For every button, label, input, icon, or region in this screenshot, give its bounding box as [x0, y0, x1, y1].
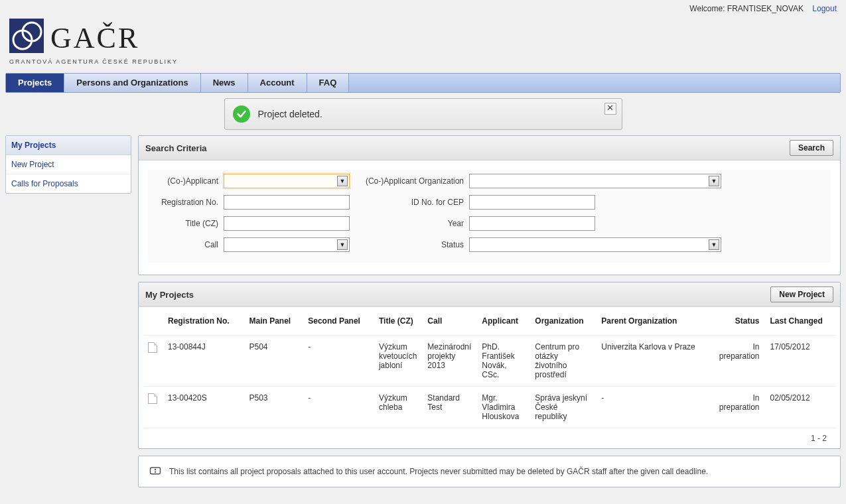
dropdown-arrow-icon[interactable]: ▼: [709, 239, 719, 250]
cell-parent-org: -: [596, 387, 713, 428]
info-panel: This list contains all project proposals…: [138, 456, 841, 487]
dropdown-arrow-icon[interactable]: ▼: [337, 239, 348, 250]
label-call: Call: [151, 240, 224, 249]
label-reg-no: Registration No.: [151, 198, 224, 207]
new-project-button[interactable]: New Project: [770, 286, 833, 302]
coapplicant-input[interactable]: [224, 174, 349, 188]
logo: GAČR GRANTOVÁ AGENTURA ČESKÉ REPUBLIKY: [0, 13, 846, 73]
document-icon: [148, 342, 157, 353]
projects-table: Registration No. Main Panel Second Panel…: [143, 310, 836, 428]
reg-no-input[interactable]: [224, 196, 349, 209]
table-row[interactable]: 13-00844J P504 - Výzkum kvetoucích jablo…: [143, 336, 836, 387]
svg-point-6: [155, 469, 156, 470]
search-button[interactable]: Search: [790, 140, 833, 156]
col-parent-org[interactable]: Parent Organization: [596, 310, 713, 336]
cell-second-panel: -: [303, 387, 374, 428]
tab-projects[interactable]: Projects: [6, 74, 64, 92]
label-coapplicant: (Co-)Applicant: [151, 176, 224, 186]
year-input[interactable]: [470, 217, 595, 230]
svg-text:GAČR: GAČR: [50, 22, 139, 54]
id-cep-field[interactable]: [469, 195, 595, 210]
title-cz-field[interactable]: [224, 216, 350, 231]
cell-title-cz: Výzkum kvetoucích jabloní: [374, 336, 422, 387]
col-last-changed[interactable]: Last Changed: [765, 310, 837, 336]
col-reg-no[interactable]: Registration No.: [163, 310, 244, 336]
cell-organization: Správa jeskyní České republiky: [529, 387, 596, 428]
tab-faq[interactable]: FAQ: [307, 74, 350, 92]
cell-main-panel: P503: [244, 387, 303, 428]
svg-rect-5: [151, 468, 161, 474]
label-coapplicant-org: (Co-)Applicant Organization: [356, 176, 469, 186]
col-second-panel[interactable]: Second Panel: [303, 310, 374, 336]
sidebar: My Projects New Project Calls for Propos…: [5, 135, 131, 194]
coapplicant-org-input[interactable]: [470, 174, 721, 188]
main-nav: Projects Persons and Organizations News …: [5, 73, 841, 93]
tab-account[interactable]: Account: [248, 74, 307, 92]
pager: 1 - 2: [143, 428, 836, 448]
tab-persons-organizations[interactable]: Persons and Organizations: [64, 74, 200, 92]
sidebar-link-calls-for-proposals[interactable]: Calls for Proposals: [6, 174, 131, 193]
cell-organization: Centrum pro otázky životního prostředí: [529, 336, 596, 387]
cell-call: Standard Test: [422, 387, 476, 428]
status-input[interactable]: [470, 238, 721, 251]
my-projects-panel: My Projects New Project Registration No.…: [138, 282, 841, 449]
col-title-cz[interactable]: Title (CZ): [374, 310, 422, 336]
label-status: Status: [356, 240, 469, 249]
col-call[interactable]: Call: [422, 310, 476, 336]
search-criteria-title: Search Criteria: [145, 143, 207, 153]
id-cep-input[interactable]: [470, 196, 595, 209]
tab-news[interactable]: News: [201, 74, 248, 92]
svg-rect-7: [155, 471, 156, 473]
info-text: This list contains all project proposals…: [169, 467, 708, 476]
notice-close-button[interactable]: ✕: [604, 103, 616, 115]
sidebar-link-new-project[interactable]: New Project: [6, 155, 131, 174]
reg-no-field[interactable]: [224, 195, 350, 210]
cell-applicant: PhD. František Novák, CSc.: [476, 336, 529, 387]
cell-status: In preparation: [714, 387, 765, 428]
topbar: Welcome: FRANTISEK_NOVAK Logout: [0, 0, 846, 13]
cell-applicant: Mgr. Vladimira Hlouskova: [476, 387, 529, 428]
check-icon: [233, 105, 250, 123]
col-applicant[interactable]: Applicant: [476, 310, 529, 336]
cell-second-panel: -: [303, 336, 374, 387]
call-input[interactable]: [224, 238, 349, 251]
my-projects-title: My Projects: [145, 290, 194, 300]
logout-link[interactable]: Logout: [812, 4, 837, 13]
info-icon: [149, 466, 161, 477]
call-select[interactable]: ▼: [224, 237, 350, 252]
welcome-label: Welcome:: [689, 4, 727, 13]
col-main-panel[interactable]: Main Panel: [244, 310, 303, 336]
title-cz-input[interactable]: [224, 217, 349, 230]
cell-last-changed: 17/05/2012: [765, 336, 837, 387]
year-field[interactable]: [469, 216, 595, 231]
cell-parent-org: Univerzita Karlova v Praze: [596, 336, 713, 387]
cell-last-changed: 02/05/2012: [765, 387, 837, 428]
svg-text:GRANTOVÁ AGENTURA ČESKÉ REPUBL: GRANTOVÁ AGENTURA ČESKÉ REPUBLIKY: [9, 58, 178, 65]
notice-banner: Project deleted. ✕: [224, 98, 622, 130]
username: FRANTISEK_NOVAK: [727, 4, 804, 13]
dropdown-arrow-icon[interactable]: ▼: [337, 176, 348, 186]
cell-title-cz: Výzkum chleba: [374, 387, 422, 428]
label-year: Year: [356, 219, 469, 228]
sidebar-header-my-projects[interactable]: My Projects: [6, 136, 131, 155]
status-select[interactable]: ▼: [469, 237, 721, 252]
table-row[interactable]: 13-00420S P503 - Výzkum chleba Standard …: [143, 387, 836, 428]
document-icon: [148, 393, 157, 404]
col-status[interactable]: Status: [714, 310, 765, 336]
cell-reg-no: 13-00844J: [163, 336, 244, 387]
notice-message: Project deleted.: [258, 109, 322, 119]
search-criteria-panel: Search Criteria Search (Co-)Applicant ▼: [138, 135, 841, 275]
cell-status: In preparation: [714, 336, 765, 387]
col-organization[interactable]: Organization: [529, 310, 596, 336]
label-title-cz: Title (CZ): [151, 219, 224, 228]
coapplicant-select[interactable]: ▼: [224, 174, 350, 188]
cell-reg-no: 13-00420S: [163, 387, 244, 428]
dropdown-arrow-icon[interactable]: ▼: [709, 176, 719, 186]
coapplicant-org-select[interactable]: ▼: [469, 174, 721, 188]
label-id-cep: ID No. for CEP: [356, 198, 469, 207]
cell-main-panel: P504: [244, 336, 303, 387]
cell-call: Mezinárodní projekty 2013: [422, 336, 476, 387]
